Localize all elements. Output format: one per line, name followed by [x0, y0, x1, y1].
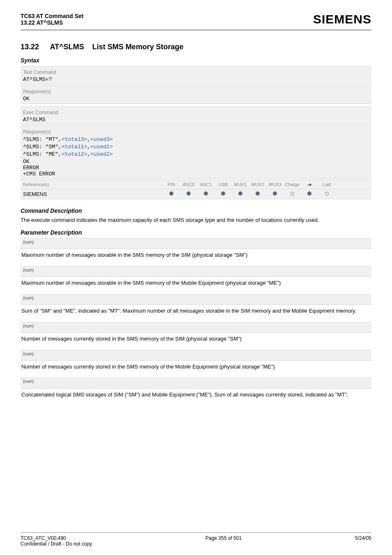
param-description: Sum of "SM" and "ME", indicated as "MT".… [21, 305, 371, 320]
dot-asc1 [197, 191, 214, 196]
param-description: Concatenated logical SMS storages of SIM… [21, 389, 371, 403]
param-header: (num) [21, 378, 371, 388]
resp-comma: , [87, 136, 90, 143]
param-header: (num) [21, 350, 371, 361]
exec-response-ok: OK [23, 159, 369, 165]
col-pin: PIN [163, 182, 180, 187]
exec-command-text: AT^SLMS [23, 117, 369, 123]
param-header: (num) [21, 266, 371, 277]
parameter-description-heading: Parameter Description [21, 229, 371, 236]
resp-prefix: ^SLMS: "MT", [23, 136, 62, 143]
command-description-heading: Command Description [21, 207, 371, 214]
param-header: (num) [21, 294, 371, 305]
param-type: (num) [23, 324, 34, 328]
dot-mux2 [249, 191, 266, 196]
test-response-ok: OK [23, 96, 369, 102]
resp-param: <used1> [90, 144, 113, 150]
col-last: Last [318, 182, 335, 187]
resp-prefix: ^SLMS: "ME", [23, 151, 62, 157]
filled-dot-icon [273, 191, 277, 196]
exec-response-box: Response(s) ^SLMS: "MT",<total3>,<used3>… [21, 126, 371, 179]
resp-comma: , [87, 144, 90, 150]
reference-value-row: SIEMENS [21, 189, 371, 199]
dot-usb [214, 191, 232, 196]
col-asc1: ASC1 [197, 182, 214, 187]
empty-dot-icon [325, 192, 329, 196]
dot-charge [284, 191, 301, 196]
reference-dots [163, 191, 335, 196]
dot-arrow [301, 191, 318, 196]
test-command-text: AT^SLMS=? [23, 76, 369, 83]
param-header: (num) [21, 238, 371, 249]
dot-mux1 [232, 191, 249, 196]
reference-value: SIEMENS [23, 191, 163, 197]
dot-pin [163, 191, 180, 196]
dot-last [318, 191, 335, 196]
param-type: (num) [23, 268, 34, 272]
filled-dot-icon [238, 191, 242, 196]
syntax-heading: Syntax [21, 57, 371, 64]
command-description-body: The execute command indicates the maximu… [21, 216, 371, 224]
param-type: (num) [23, 240, 34, 244]
filled-dot-icon [187, 191, 191, 196]
section-name: List SMS Memory Storage [92, 43, 184, 51]
param-description: Number of messages currently stored in t… [21, 361, 371, 375]
filled-dot-icon [169, 191, 173, 196]
dot-asc0 [180, 191, 197, 196]
exec-response-line3: ^SLMS: "ME",<total2>,<used2> [23, 151, 369, 158]
param-header: (num) [21, 322, 371, 333]
reference-columns: PIN ASC0 ASC1 USB MUX1 MUX2 MUX3 Charge … [163, 182, 335, 188]
footer-left: TC63_ATC_V00.490 Confidential / Draft - … [21, 535, 92, 547]
exec-response-line2: ^SLMS: "SM",<total1>,<used1> [23, 143, 369, 151]
test-command-box: Test Command AT^SLMS=? [21, 66, 371, 85]
dot-mux3 [266, 191, 284, 196]
resp-param: <used2> [90, 151, 113, 157]
param-type: (num) [23, 296, 34, 300]
footer-date: 5/24/05 [355, 535, 371, 547]
brand-logo: SIEMENS [313, 12, 371, 26]
doc-title: TC63 AT Command Set [21, 13, 83, 19]
exec-response-label: Response(s) [23, 128, 369, 136]
test-command-label: Test Command [23, 68, 369, 76]
footer-page: Page 355 of 501 [205, 535, 242, 547]
test-response-label: Response(s) [23, 88, 369, 96]
col-usb: USB [214, 182, 232, 187]
resp-param: <total2> [62, 151, 87, 157]
param-description: Number of messages currently stored in t… [21, 333, 371, 348]
col-mux2: MUX2 [249, 182, 266, 187]
param-type: (num) [23, 352, 34, 356]
col-mux1: MUX1 [232, 182, 249, 187]
section-number: 13.22 [21, 43, 39, 51]
page-header: TC63 AT Command Set 13.22 AT^SLMS SIEMEN… [21, 12, 371, 30]
filled-dot-icon [256, 191, 260, 196]
header-left: TC63 AT Command Set 13.22 AT^SLMS [21, 13, 83, 26]
resp-param: <total1> [62, 144, 87, 150]
param-type: (num) [23, 379, 34, 384]
footer-confidential: Confidential / Draft - Do not copy [21, 541, 92, 547]
empty-dot-icon [291, 192, 294, 196]
col-mux3: MUX3 [266, 182, 284, 187]
section-title: 13.22 AT^SLMS List SMS Memory Storage [21, 43, 371, 51]
resp-param: <total3> [62, 136, 87, 143]
col-asc0: ASC0 [180, 182, 197, 187]
resp-prefix: ^SLMS: "SM", [23, 144, 62, 150]
exec-command-box: Exec Command AT^SLMS [21, 106, 371, 125]
section-ref: 13.22 AT^SLMS [21, 19, 83, 26]
section-command: AT^SLMS [50, 43, 84, 51]
reference-label: Reference(s) [23, 182, 163, 187]
filled-dot-icon [204, 191, 208, 196]
resp-comma: , [87, 151, 90, 157]
col-charge: Charge [284, 182, 301, 187]
exec-command-label: Exec Command [23, 108, 369, 117]
resp-param: <used3> [90, 136, 113, 143]
parameters-list: (num)Maximum number of messages storable… [21, 238, 371, 403]
exec-response-cms: +CMS ERROR [23, 171, 369, 177]
col-arrow-icon: ➔ [301, 182, 318, 188]
param-description: Maximum number of messages storable in t… [21, 277, 371, 292]
test-response-box: Response(s) OK [21, 85, 371, 104]
exec-response-error: ERROR [23, 165, 369, 171]
filled-dot-icon [307, 191, 311, 196]
reference-header-row: Reference(s) PIN ASC0 ASC1 USB MUX1 MUX2… [21, 180, 371, 189]
footer-version: TC63_ATC_V00.490 [21, 535, 66, 541]
exec-response-line1: ^SLMS: "MT",<total3>,<used3> [23, 136, 369, 143]
